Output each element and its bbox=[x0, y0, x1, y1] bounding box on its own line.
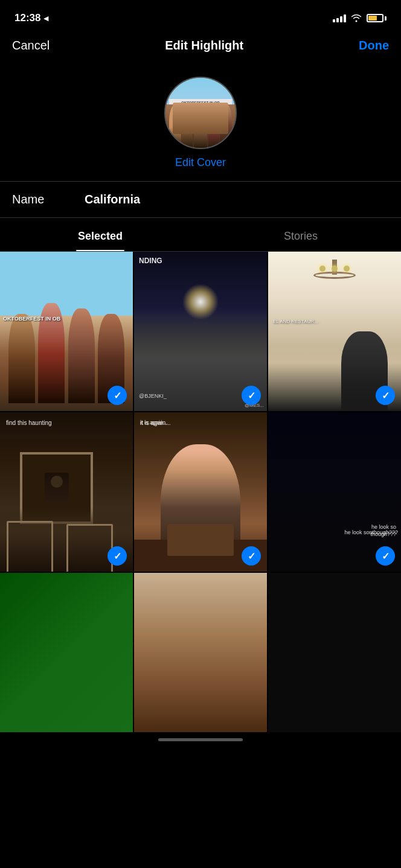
done-button[interactable]: Done bbox=[359, 39, 389, 53]
selected-check-5 bbox=[242, 546, 261, 566]
grid-item-1[interactable] bbox=[0, 252, 133, 411]
tab-stories[interactable]: Stories bbox=[200, 220, 401, 251]
grid-item-7[interactable] bbox=[0, 573, 133, 732]
selected-check-1 bbox=[107, 386, 127, 405]
home-indicator bbox=[0, 732, 401, 746]
nav-bar: Cancel Edit Highlight Done bbox=[0, 33, 401, 62]
status-time: 12:38 bbox=[14, 12, 40, 24]
tabs-container: Selected Stories bbox=[0, 220, 401, 252]
status-icons bbox=[333, 14, 387, 22]
home-bar bbox=[158, 738, 243, 741]
signal-icon bbox=[333, 14, 346, 22]
cover-section: OKTOBERFEST IN OB Edit Cover bbox=[0, 62, 401, 181]
cancel-button[interactable]: Cancel bbox=[12, 39, 50, 53]
selected-check-3 bbox=[376, 386, 395, 405]
selected-check-2 bbox=[242, 386, 261, 405]
grid-item-4[interactable] bbox=[0, 412, 133, 572]
cover-image[interactable]: OKTOBERFEST IN OB bbox=[164, 77, 237, 149]
selected-check-4 bbox=[107, 546, 127, 566]
name-label: Name bbox=[12, 193, 85, 206]
tab-selected[interactable]: Selected bbox=[0, 220, 200, 251]
page-title: Edit Highlight bbox=[165, 39, 243, 53]
grid-item-6[interactable]: he look sothough??? bbox=[268, 412, 401, 572]
battery-icon bbox=[367, 14, 387, 22]
selected-check-6 bbox=[376, 546, 395, 566]
name-value[interactable]: California bbox=[85, 193, 140, 206]
grid-item-8[interactable] bbox=[134, 573, 267, 732]
grid-item-2[interactable]: @MES... bbox=[134, 252, 267, 411]
grid-item-5[interactable]: it is again... bbox=[134, 412, 267, 572]
grid-item-3[interactable]: EL AND RESTAUR... bbox=[268, 252, 401, 411]
status-bar: 12:38 ◀ bbox=[0, 0, 401, 33]
grid-item-9 bbox=[268, 573, 401, 732]
name-row: Name California bbox=[0, 181, 401, 218]
edit-cover-button[interactable]: Edit Cover bbox=[175, 156, 226, 169]
wifi-icon bbox=[351, 14, 362, 22]
photo-grid: @MES... EL AND RESTAUR... bbox=[0, 252, 401, 732]
location-icon: ◀ bbox=[43, 14, 48, 22]
